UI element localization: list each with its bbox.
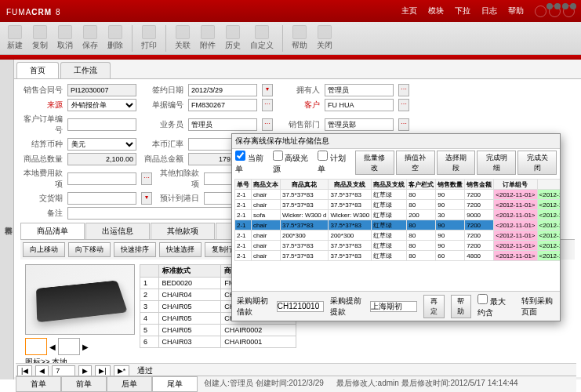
btn-close[interactable]: 关闭 [314, 25, 335, 51]
dot-icon[interactable] [562, 3, 568, 9]
popup-footer: 采购期初借款 采购提前提款 再定 帮助 最大约含 转到采购页面 [232, 291, 560, 321]
tab-workflow[interactable]: 工作流 [60, 62, 111, 78]
dot-icon[interactable] [570, 3, 576, 9]
subtab-other[interactable]: 其他款项 [151, 223, 215, 239]
lookup-icon[interactable]: ⋯ [262, 99, 273, 111]
chk-current[interactable]: 当前单 [235, 151, 271, 175]
inp-customer[interactable] [325, 99, 394, 111]
grid-row[interactable]: 2-1chair200*300200*300红草绿80907200<2012-1… [235, 230, 561, 241]
btn-custom[interactable]: 自定义 [248, 25, 276, 51]
btn-delete[interactable]: 删除 [105, 25, 125, 51]
btab-last[interactable]: 尾单 [152, 376, 198, 392]
chk-max[interactable]: 最大约含 [478, 294, 509, 318]
inp-dept[interactable] [325, 118, 394, 131]
btn-quicksort[interactable]: 快速排序 [114, 242, 156, 257]
lookup-icon[interactable]: ⋯ [262, 118, 273, 131]
subtab-products[interactable]: 商品清单 [20, 223, 85, 239]
tab-home[interactable]: 首页 [16, 62, 59, 78]
chk-adv[interactable]: 高级光源 [273, 151, 317, 175]
inp-contract[interactable] [67, 84, 136, 96]
inp-owner[interactable] [325, 84, 394, 96]
btn-link[interactable]: 关联 [172, 25, 193, 51]
product-preview: ◀ ▶ 图标>> 本地 [25, 264, 135, 368]
inp-localfee[interactable] [67, 172, 136, 185]
lookup-icon[interactable]: ⋯ [141, 172, 152, 185]
btn-help2[interactable]: 帮助 [451, 295, 472, 318]
nav-first-icon[interactable]: |◀ [17, 365, 32, 376]
foot-inp-1[interactable] [277, 301, 324, 312]
thumbnail[interactable] [25, 338, 47, 355]
nav-help[interactable]: 帮助 [508, 5, 524, 16]
lbl-dept: 销售部门 [278, 119, 320, 130]
nav-add-icon[interactable]: ▶* [114, 365, 130, 376]
dot-icon[interactable] [547, 3, 553, 9]
popup-tabs: 当前单 高级光源 计划单 批量修改 插值补空 选择期段 完成明细 完成关闭 [232, 149, 560, 176]
btn-done[interactable]: 完成关闭 [517, 151, 557, 175]
grid-header: 客户栏式 [407, 180, 436, 190]
lookup-icon[interactable]: ⋯ [398, 99, 409, 111]
foot-inp-2[interactable] [370, 301, 417, 312]
nav-home[interactable]: 主页 [401, 5, 417, 16]
foot-link[interactable]: 转到采购页面 [521, 296, 555, 318]
nav-last-icon[interactable]: ▶| [95, 365, 110, 376]
btn-copy[interactable]: 复制 [30, 25, 50, 51]
btn-reset[interactable]: 再定 [423, 295, 445, 318]
lookup-icon[interactable]: ⋯ [398, 118, 409, 131]
subtab-ship[interactable]: 出运信息 [85, 223, 150, 239]
btn-cancel[interactable]: 取消 [55, 25, 75, 51]
thumbnail[interactable] [58, 338, 80, 355]
btn-moveup[interactable]: 向上移动 [23, 242, 65, 257]
btn-print[interactable]: 打印 [139, 25, 159, 51]
lbl-owner: 拥有人 [278, 85, 320, 96]
nav-dropdown[interactable]: 下拉 [455, 5, 470, 16]
nav-next-icon[interactable]: ▶ [78, 365, 92, 376]
grid-row[interactable]: 2-1chair37.5*37*8337.5*37*83红草绿80907200<… [235, 200, 561, 210]
inp-docno[interactable] [188, 99, 257, 111]
inp-sales[interactable] [188, 118, 257, 131]
lookup-icon[interactable]: ⋯ [398, 84, 409, 96]
modified-info: 最后修改人:admin 最后修改时间:2012/5/17 14:14:44 [336, 378, 518, 390]
sel-source[interactable]: 外销报价单 [67, 99, 136, 111]
btn-movedown[interactable]: 向下移动 [68, 242, 111, 257]
grid-row[interactable]: 2-1chair37.5*37*8337.5*37*83红草绿80907200<… [235, 220, 561, 230]
dot-icon[interactable] [554, 3, 561, 9]
grid-row[interactable]: 2-1chair37.5*37*8337.5*37*83红草绿80604800<… [235, 251, 561, 261]
grid-row[interactable]: 2-1chair37.5*37*8337.5*37*83红草绿80907200<… [235, 241, 561, 251]
table-row[interactable]: 6CHAIR03CHAIR0001 [140, 336, 296, 348]
thumb-nav-left-icon[interactable]: ◀ [49, 343, 56, 351]
sel-currency[interactable]: 美元 [67, 138, 136, 151]
thumb-nav-right-icon[interactable]: ▶ [82, 343, 89, 351]
btn-new[interactable]: 新建 [5, 25, 25, 51]
page-input[interactable] [52, 365, 75, 376]
btab-prev[interactable]: 前单 [61, 376, 107, 392]
btn-history[interactable]: 历史 [223, 25, 243, 51]
btn-range[interactable]: 选择期段 [437, 151, 476, 175]
inp-custorder[interactable] [67, 118, 136, 131]
date-picker-icon[interactable]: ▾ [262, 84, 273, 96]
btn-attach[interactable]: 附件 [198, 25, 218, 51]
grid-row[interactable]: 2-1sofaWicker: W300 dWicker: W300红草绿2003… [235, 210, 561, 220]
btn-quicksel[interactable]: 快速选择 [159, 242, 202, 257]
chk-plan[interactable]: 计划单 [318, 151, 354, 175]
table-row[interactable]: 5CHAIR05CHAIR0002 [140, 325, 296, 336]
grid-header: 商品真花 [281, 180, 329, 190]
btn-detail[interactable]: 完成明细 [477, 151, 516, 175]
nav-module[interactable]: 模块 [428, 5, 444, 16]
btn-interpolate[interactable]: 插值补空 [396, 151, 435, 175]
btn-help[interactable]: 帮助 [289, 25, 310, 51]
popup-grid[interactable]: 单号商品文本商品真花商品及支线商品及支线客户栏式销售数量销售金额订单组号2-1c… [232, 176, 560, 291]
preview-image[interactable] [25, 264, 135, 335]
pass-label: 通过 [137, 365, 153, 376]
inp-delivery[interactable] [67, 192, 136, 205]
btab-first[interactable]: 首单 [16, 376, 61, 392]
btn-batchedit[interactable]: 批量修改 [355, 151, 394, 175]
btn-save[interactable]: 保存 [80, 25, 100, 51]
date-picker-icon[interactable]: ▾ [141, 192, 152, 205]
minimize-icon[interactable] [535, 5, 547, 17]
nav-log[interactable]: 日志 [481, 5, 497, 16]
nav-prev-icon[interactable]: ◀ [35, 365, 49, 376]
inp-signdate[interactable] [188, 84, 257, 96]
grid-header: 销售数量 [436, 180, 465, 190]
btab-next[interactable]: 后单 [107, 376, 152, 392]
grid-row[interactable]: 2-1chair37.5*37*8337.5*37*83红草绿80907200<… [235, 190, 561, 200]
